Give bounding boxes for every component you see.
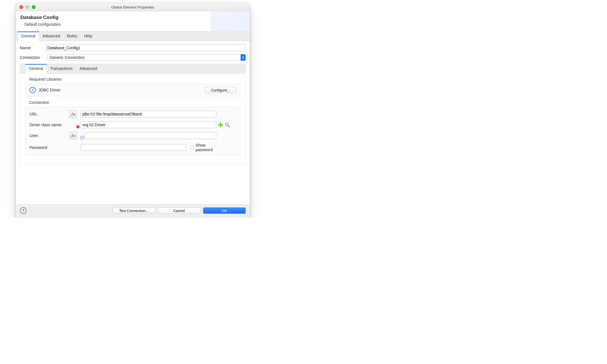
- user-input[interactable]: [85, 132, 216, 139]
- show-password-label: Show password: [196, 143, 216, 152]
- fx-button-user[interactable]: ƒx: [69, 132, 77, 140]
- jdbc-driver-label: JDBC Driver: [39, 88, 61, 92]
- inner-tab-advanced[interactable]: Advanced: [76, 64, 100, 73]
- test-connection-button[interactable]: Test Connection...: [113, 207, 155, 214]
- header-decoration: [210, 11, 250, 31]
- help-button[interactable]: ?: [20, 207, 27, 214]
- required-libraries-group: ? JDBC Driver Configure...: [25, 84, 240, 96]
- checkbox-icon: [190, 145, 194, 150]
- zoom-window-button[interactable]: [32, 5, 36, 9]
- select-stepper-icon: [241, 54, 245, 61]
- minimize-window-button[interactable]: [26, 5, 29, 9]
- configure-button[interactable]: Configure...: [205, 87, 236, 93]
- url-input[interactable]: [80, 111, 216, 117]
- connection-label: Connection: [20, 55, 45, 60]
- inner-tabs: General Transactions Advanced: [20, 64, 245, 74]
- name-input[interactable]: [45, 44, 246, 51]
- dialog-header: Database Config Default configuration: [16, 11, 250, 31]
- dialog-window: Global Element Properties Database Confi…: [16, 3, 250, 218]
- driver-class-label: Driver class name:: [29, 123, 69, 127]
- fx-button-url[interactable]: ƒx: [69, 110, 77, 118]
- password-label: Password:: [29, 145, 69, 150]
- connection-section-title: Connection: [29, 100, 240, 105]
- main-tabs: General Advanced Notes Help: [16, 31, 250, 41]
- dialog-footer: ? Test Connection... Cancel OK: [16, 204, 250, 217]
- connection-group: URL: ƒx Driver class name: x: [25, 107, 240, 155]
- svg-line-1: [228, 126, 230, 127]
- titlebar: Global Element Properties: [16, 3, 250, 11]
- user-label: User:: [29, 133, 69, 138]
- window-title: Global Element Properties: [16, 5, 250, 9]
- name-label: Name:: [20, 46, 45, 50]
- show-password-checkbox[interactable]: Show password: [190, 143, 216, 152]
- tab-help[interactable]: Help: [81, 31, 96, 41]
- search-driver-button[interactable]: [225, 122, 230, 127]
- required-libraries-title: Required Libraries: [29, 77, 240, 82]
- ok-button[interactable]: OK: [203, 207, 246, 214]
- url-label: URL:: [29, 112, 69, 116]
- tab-notes[interactable]: Notes: [63, 31, 81, 41]
- cancel-button[interactable]: Cancel: [158, 207, 200, 214]
- tab-general[interactable]: General: [18, 31, 39, 41]
- error-badge-icon: x: [77, 125, 79, 128]
- tab-advanced[interactable]: Advanced: [39, 31, 63, 41]
- driver-class-input[interactable]: [80, 121, 216, 128]
- help-icon[interactable]: ?: [29, 87, 36, 93]
- connection-select-value: Generic Connection: [47, 55, 241, 60]
- connection-select[interactable]: Generic Connection: [47, 54, 246, 61]
- connection-panel: General Transactions Advanced Required L…: [20, 64, 246, 164]
- password-input[interactable]: [80, 144, 186, 151]
- info-badge-icon: i: [80, 136, 84, 139]
- inner-tab-transactions[interactable]: Transactions: [47, 64, 76, 73]
- inner-tab-general[interactable]: General: [25, 64, 47, 74]
- window-controls: [19, 5, 36, 9]
- tab-body: Name: Connection Generic Connection Gene…: [16, 41, 250, 204]
- add-driver-button[interactable]: [218, 122, 223, 127]
- close-window-button[interactable]: [19, 5, 23, 9]
